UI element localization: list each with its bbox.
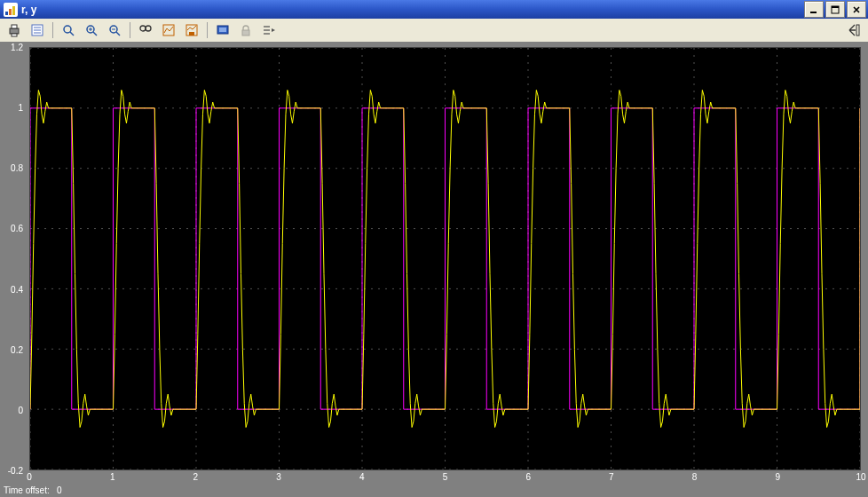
y-axis-labels: -0.200.20.40.60.811.2 [0,47,27,470]
app-icon [4,3,18,17]
y-tick-label: 1.2 [11,43,23,52]
lock-axes-button[interactable] [235,20,256,41]
zoom-out-button[interactable] [104,20,125,41]
svg-rect-7 [12,25,17,28]
window-title: r, y [21,4,804,16]
scope-window: r, y [0,0,868,497]
status-bar: Time offset: 0 [4,485,62,495]
x-tick-label: 3 [276,472,281,482]
y-tick-label: 0.6 [11,224,23,233]
svg-rect-2 [12,6,15,15]
svg-line-14 [70,32,74,36]
svg-rect-35 [856,25,859,36]
y-tick-label: 0 [18,405,23,414]
svg-line-20 [116,32,120,36]
floating-scope-button[interactable] [212,20,233,41]
svg-point-13 [64,26,71,33]
y-tick-label: 1 [18,103,23,113]
svg-rect-6 [10,28,19,34]
signal-select-button[interactable] [258,20,280,41]
find-button[interactable] [135,20,156,41]
time-offset-value: 0 [57,485,62,495]
x-tick-label: 10 [856,472,865,482]
autoscale-button[interactable] [158,20,179,41]
save-axes-button[interactable] [181,20,202,41]
zoom-in-button[interactable] [58,20,79,41]
minimize-button[interactable] [804,1,824,18]
zoom-xy-button[interactable] [81,20,102,41]
y-tick-label: 0.2 [11,344,23,354]
dock-icon[interactable] [843,20,864,41]
y-tick-label: -0.2 [8,466,23,476]
y-tick-label: 0.4 [11,284,23,294]
close-button[interactable] [847,1,866,18]
x-tick-label: 7 [609,472,614,482]
plot-axes[interactable] [29,47,861,470]
svg-rect-0 [5,12,8,15]
window-controls [804,1,866,18]
toolbar-separator [130,22,130,38]
svg-point-23 [146,26,151,31]
x-tick-label: 1 [110,472,115,482]
x-tick-label: 9 [776,472,781,482]
svg-rect-5 [832,6,839,8]
x-axis-labels: 012345678910 [29,472,861,485]
scope-area: -0.200.20.40.60.811.2 012345678910 Time … [0,42,868,497]
print-button[interactable] [4,20,25,41]
svg-rect-1 [9,9,12,15]
svg-line-16 [93,32,97,36]
time-offset-label: Time offset: [4,485,50,495]
y-tick-label: 0.8 [11,163,23,173]
x-tick-label: 6 [525,472,531,482]
toolbar-separator [52,22,53,38]
svg-rect-29 [219,28,226,32]
x-tick-label: 8 [692,472,698,482]
toolbar [0,19,868,43]
maximize-button[interactable] [825,1,845,18]
svg-rect-30 [242,30,249,36]
title-bar[interactable]: r, y [0,0,868,19]
x-tick-label: 2 [193,472,199,482]
svg-rect-27 [189,32,194,36]
x-tick-label: 5 [443,472,448,482]
x-tick-label: 0 [27,472,32,482]
toolbar-separator [207,22,208,38]
parameters-button[interactable] [27,20,48,41]
svg-marker-34 [272,28,275,32]
x-tick-label: 4 [359,472,365,482]
svg-rect-3 [810,12,817,13]
plot-canvas [30,48,860,469]
svg-point-22 [140,26,146,31]
svg-rect-8 [12,34,17,36]
